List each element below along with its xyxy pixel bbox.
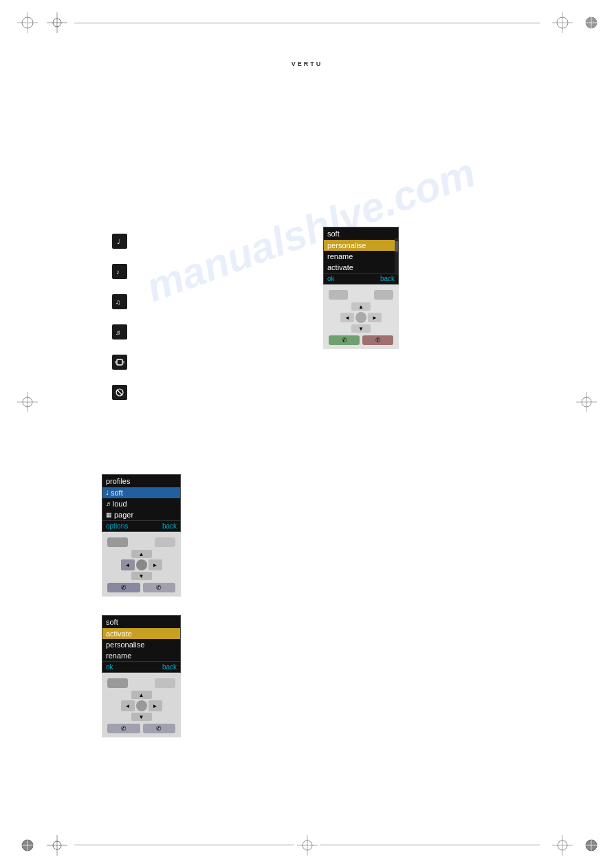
phone-body-2: ▲ ◄ ► ▼ ✆ ✆ xyxy=(102,532,181,597)
softkey-row-2 xyxy=(102,535,181,548)
nav-down-1[interactable]: ▼ xyxy=(351,324,371,333)
screen1-item-2: rename xyxy=(324,251,398,262)
screen1-item-1: personalise xyxy=(324,240,398,251)
icon-vibrate xyxy=(112,355,127,370)
svg-text:♪: ♪ xyxy=(116,268,120,276)
call-btns-2: ✆ ✆ xyxy=(102,581,181,594)
screen3-item-1: activate xyxy=(102,628,180,639)
screen2-item-2: ♬loud xyxy=(102,498,180,509)
nav-down-2[interactable]: ▼ xyxy=(131,572,152,580)
icon-list: ♩ ♪ ♫ ♬ xyxy=(112,234,127,400)
screen1-title: soft xyxy=(324,227,398,240)
reg-mark-mr xyxy=(576,392,597,412)
svg-text:♩: ♩ xyxy=(117,238,120,245)
phone-body-3: ▲ ◄ ► ▼ ✆ ✆ xyxy=(102,673,181,737)
reg-mark-bl xyxy=(17,835,38,856)
call-btn-left-2[interactable]: ✆ xyxy=(107,583,140,592)
right-softkey-1[interactable] xyxy=(374,290,393,300)
screen2-footer: options back xyxy=(102,520,180,531)
nav-center-1[interactable] xyxy=(355,312,366,323)
call-btn-red-1[interactable]: ✆ xyxy=(362,335,393,345)
screen3-footer: ok back xyxy=(102,661,180,672)
reg-mark-bl2 xyxy=(47,835,67,856)
nav-left-3[interactable]: ◄ xyxy=(121,700,135,711)
svg-text:♫: ♫ xyxy=(116,298,121,306)
screen2-options[interactable]: options xyxy=(106,522,128,530)
watermark: manualshlve.com xyxy=(140,148,481,311)
nav-right-2[interactable]: ► xyxy=(149,559,162,570)
screen1-item-3: activate xyxy=(324,262,398,273)
screen3-title: soft xyxy=(102,616,180,628)
left-softkey-2[interactable] xyxy=(107,537,128,547)
nav-center-2[interactable] xyxy=(136,559,147,570)
nav-center-3[interactable] xyxy=(136,700,147,711)
reg-mark-ml xyxy=(17,392,38,412)
nav-left-1[interactable]: ◄ xyxy=(340,313,354,322)
reg-mark-br1 xyxy=(552,835,573,856)
right-softkey-3[interactable] xyxy=(155,678,175,688)
phone-mockup-2: profiles ♩soft ♬loud ▦pager options back… xyxy=(102,474,191,597)
reg-mark-br2 xyxy=(581,835,602,856)
screen1-footer: ok back xyxy=(324,273,398,284)
right-softkey-2[interactable] xyxy=(155,537,175,547)
softkey-row-1 xyxy=(323,287,399,301)
screen2-title: profiles xyxy=(102,475,180,487)
call-btn-right-2[interactable]: ✆ xyxy=(143,583,176,592)
bottom-hline-left xyxy=(74,845,294,845)
call-btns-3: ✆ ✆ xyxy=(102,722,181,735)
call-btn-right-3[interactable]: ✆ xyxy=(143,724,176,733)
phone-mockup-3: soft activate personalise rename ok back… xyxy=(102,615,191,737)
reg-mark-tr1 xyxy=(552,12,573,33)
screen2-item-1: ♩soft xyxy=(102,487,180,498)
reg-mark-bc xyxy=(297,835,318,856)
call-btn-green-1[interactable]: ✆ xyxy=(329,335,360,345)
brand-name: VERTU xyxy=(292,60,323,67)
reg-mark-tl2 xyxy=(47,12,67,33)
call-btn-left-3[interactable]: ✆ xyxy=(107,724,140,733)
phone-body-1: ▲ ◄ ► ▼ ✆ ✆ xyxy=(323,285,399,349)
phone-mockup-1: soft personalise rename activate ok back… xyxy=(323,227,413,349)
reg-mark-tr2 xyxy=(581,12,602,33)
nav-right-1[interactable]: ► xyxy=(368,313,382,322)
screen3-item-2: personalise xyxy=(102,639,180,650)
screen-1: soft personalise rename activate ok back xyxy=(323,227,399,285)
screen-2: profiles ♩soft ♬loud ▦pager options back xyxy=(102,474,181,532)
left-softkey-3[interactable] xyxy=(107,678,128,688)
svg-rect-22 xyxy=(117,359,122,365)
nav-left-2[interactable]: ◄ xyxy=(121,559,135,570)
screen3-ok[interactable]: ok xyxy=(106,663,113,671)
svg-text:♬: ♬ xyxy=(116,329,121,336)
icon-silent xyxy=(112,385,127,400)
screen1-back[interactable]: back xyxy=(380,275,395,282)
screen-3: soft activate personalise rename ok back xyxy=(102,615,181,673)
nav-up-1[interactable]: ▲ xyxy=(351,302,371,311)
icon-music-beamed: ♬ xyxy=(112,324,127,340)
icon-music-double: ♫ xyxy=(112,294,127,309)
screen3-back[interactable]: back xyxy=(162,663,177,671)
icon-music-single: ♩ xyxy=(112,234,127,249)
call-btns-1: ✆ ✆ xyxy=(323,334,399,346)
left-softkey-1[interactable] xyxy=(329,290,348,300)
nav-up-3[interactable]: ▲ xyxy=(131,691,152,699)
bottom-hline-right xyxy=(320,845,540,845)
nav-right-3[interactable]: ► xyxy=(149,700,162,711)
screen3-item-3: rename xyxy=(102,650,180,661)
nav-up-2[interactable]: ▲ xyxy=(131,550,152,558)
screen1-ok[interactable]: ok xyxy=(327,275,335,282)
reg-mark-tl xyxy=(17,12,38,33)
top-hline-left xyxy=(74,23,308,23)
svg-line-26 xyxy=(117,390,122,395)
softkey-row-3 xyxy=(102,676,181,689)
top-hline-right xyxy=(306,23,540,23)
screen2-back[interactable]: back xyxy=(162,522,177,530)
screen2-item-3: ▦pager xyxy=(102,509,180,520)
icon-music-note: ♪ xyxy=(112,264,127,279)
nav-down-3[interactable]: ▼ xyxy=(131,713,152,721)
